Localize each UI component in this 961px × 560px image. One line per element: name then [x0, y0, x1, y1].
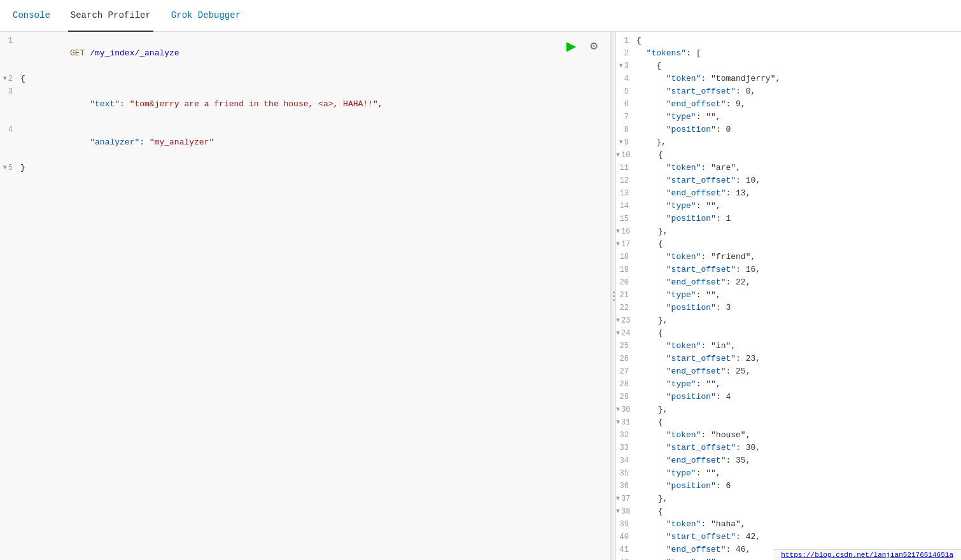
editor-panel: ▶ ⚙ 1 GET /my_index/_analyze ▼ 2 {: [0, 32, 611, 560]
output-line-7: 7 "type": "",: [616, 111, 961, 123]
line-text-2[interactable]: {: [20, 73, 605, 85]
fold-arrow-out-10[interactable]: ▼: [616, 149, 620, 162]
main-area: ▶ ⚙ 1 GET /my_index/_analyze ▼ 2 {: [0, 32, 961, 560]
output-line-text-11: "token": "are",: [636, 162, 956, 174]
output-line-11: 11 "token": "are",: [616, 162, 961, 174]
output-line-30: ▼ 30 },: [616, 403, 961, 416]
output-line-num-1: 1: [616, 34, 636, 47]
fold-arrow-out-30[interactable]: ▼: [616, 403, 620, 416]
output-line-text-1: {: [636, 34, 956, 47]
tab-search-profiler[interactable]: Search Profiler: [68, 0, 153, 32]
output-line-text-14: "type": "",: [636, 200, 956, 213]
tab-grok-debugger[interactable]: Grok Debugger: [169, 0, 243, 32]
settings-button[interactable]: ⚙: [585, 37, 603, 55]
output-line-num-19: 19: [616, 263, 636, 276]
fold-arrow-out-3[interactable]: ▼: [619, 60, 623, 73]
output-content[interactable]: 1{2 "tokens": [▼ 3 {4 "token": "tomandje…: [616, 32, 961, 560]
run-icon: ▶: [566, 38, 576, 53]
output-line-num-22: 22: [616, 302, 636, 314]
editor-line-2: ▼ 2 {: [0, 73, 610, 85]
output-line-17: ▼ 17 {: [616, 238, 961, 251]
top-nav: Console Search Profiler Grok Debugger: [0, 0, 961, 32]
output-line-num-42: 42: [616, 556, 636, 560]
fold-arrow-out-38[interactable]: ▼: [616, 505, 620, 518]
fold-arrow-out-37[interactable]: ▼: [616, 493, 620, 505]
output-line-num-29: 29: [616, 391, 636, 403]
key-analyzer: "analyzer": [90, 137, 139, 147]
fold-arrow-2[interactable]: ▼: [3, 73, 7, 85]
output-line-text-13: "end_offset": 13,: [636, 187, 956, 200]
fold-arrow-out-31[interactable]: ▼: [616, 416, 620, 429]
output-line-text-21: "type": "",: [636, 289, 956, 302]
output-line-text-24: {: [638, 327, 956, 340]
line-num-3: 3: [0, 85, 20, 98]
line-text-3[interactable]: "text": "tom&jerry are a friend in the h…: [20, 85, 605, 123]
fold-arrow-out-9[interactable]: ▼: [619, 136, 623, 149]
val-analyzer: "my_analyzer": [150, 137, 214, 147]
output-line-num-12: 12: [616, 174, 636, 187]
output-line-33: 33 "start_offset": 30,: [616, 442, 961, 454]
output-line-14: 14 "type": "",: [616, 200, 961, 213]
output-line-text-18: "token": "friend",: [636, 251, 956, 263]
method-token: GET: [70, 48, 85, 58]
editor-line-1: 1 GET /my_index/_analyze: [0, 34, 610, 73]
fold-arrow-out-16[interactable]: ▼: [616, 225, 620, 238]
output-line-num-28: 28: [616, 378, 636, 391]
output-line-num-24: ▼ 24: [616, 327, 638, 340]
output-line-37: ▼ 37 },: [616, 493, 961, 505]
output-line-text-4: "token": "tomandjerry",: [636, 73, 956, 85]
output-line-num-10: ▼ 10: [616, 149, 638, 162]
line-text-4[interactable]: "analyzer": "my_analyzer": [20, 123, 605, 162]
output-line-num-7: 7: [616, 111, 636, 123]
val-text: "tom&jerry are a friend in the house, <a…: [130, 99, 378, 109]
output-line-text-30: },: [638, 403, 956, 416]
fold-arrow-out-24[interactable]: ▼: [616, 327, 620, 340]
output-line-19: 19 "start_offset": 16,: [616, 263, 961, 276]
output-line-num-2: 2: [616, 47, 636, 60]
output-line-num-14: 14: [616, 200, 636, 213]
output-line-text-7: "type": "",: [636, 111, 956, 123]
output-line-text-15: "position": 1: [636, 213, 956, 225]
line-num-4: 4: [0, 123, 20, 136]
output-line-num-39: 39: [616, 518, 636, 531]
output-line-num-41: 41: [616, 543, 636, 556]
output-line-num-9: ▼ 9: [616, 136, 636, 149]
fold-arrow-out-23[interactable]: ▼: [616, 314, 620, 327]
output-line-text-32: "token": "house",: [636, 429, 956, 442]
output-line-21: 21 "type": "",: [616, 289, 961, 302]
status-bar[interactable]: https://blog.csdn.net/lanjian52176514651…: [773, 549, 961, 560]
output-line-text-9: },: [636, 136, 956, 149]
output-line-36: 36 "position": 6: [616, 480, 961, 493]
editor-line-3: 3 "text": "tom&jerry are a friend in the…: [0, 85, 610, 123]
output-panel: 1{2 "tokens": [▼ 3 {4 "token": "tomandje…: [616, 32, 961, 560]
editor-line-5: ▼ 5 }: [0, 162, 610, 174]
output-line-num-36: 36: [616, 480, 636, 493]
output-line-text-23: },: [638, 314, 956, 327]
output-line-28: 28 "type": "",: [616, 378, 961, 391]
line-text-1[interactable]: GET /my_index/_analyze: [20, 34, 605, 73]
output-line-num-32: 32: [616, 429, 636, 442]
colon-3: :: [120, 99, 130, 109]
output-line-num-40: 40: [616, 531, 636, 543]
output-line-27: 27 "end_offset": 25,: [616, 365, 961, 378]
output-line-32: 32 "token": "house",: [616, 429, 961, 442]
output-line-num-21: 21: [616, 289, 636, 302]
output-line-num-26: 26: [616, 353, 636, 365]
line-text-5[interactable]: }: [20, 162, 605, 174]
output-line-text-20: "end_offset": 22,: [636, 276, 956, 289]
output-line-num-8: 8: [616, 123, 636, 136]
output-line-text-10: {: [638, 149, 956, 162]
tab-console[interactable]: Console: [10, 0, 53, 32]
output-line-text-19: "start_offset": 16,: [636, 263, 956, 276]
output-line-text-5: "start_offset": 0,: [636, 85, 956, 98]
fold-arrow-5[interactable]: ▼: [3, 162, 7, 174]
run-button[interactable]: ▶: [562, 37, 580, 55]
output-line-10: ▼ 10 {: [616, 149, 961, 162]
editor-content[interactable]: 1 GET /my_index/_analyze ▼ 2 { 3 "text":…: [0, 32, 610, 560]
fold-arrow-out-17[interactable]: ▼: [616, 238, 620, 251]
output-line-num-20: 20: [616, 276, 636, 289]
editor-toolbar: ▶ ⚙: [562, 37, 603, 55]
output-line-num-30: ▼ 30: [616, 403, 638, 416]
output-line-text-31: {: [638, 416, 956, 429]
panel-divider[interactable]: [611, 32, 616, 560]
